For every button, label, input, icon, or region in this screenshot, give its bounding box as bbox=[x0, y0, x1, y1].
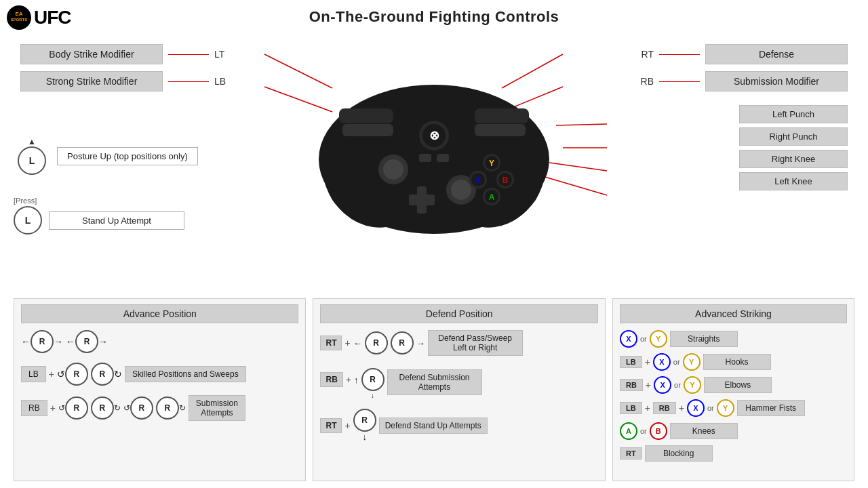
right-knee-item: Right Knee bbox=[739, 150, 848, 168]
svg-rect-38 bbox=[437, 154, 449, 162]
svg-rect-15 bbox=[475, 124, 526, 136]
svg-rect-14 bbox=[342, 124, 393, 136]
defend-standup-label: Defend Stand Up Attempts bbox=[379, 418, 488, 434]
svg-text:X: X bbox=[475, 176, 481, 185]
logo-area: EA SPORTS UFC bbox=[7, 5, 71, 30]
rb-btn-advance: RB bbox=[21, 400, 47, 416]
defend-stick-2: R ↓ bbox=[361, 368, 384, 391]
a-btn-knees: A bbox=[620, 422, 637, 440]
body-strike-box: Body Strike Modifier bbox=[20, 44, 163, 64]
right-button-labels: Left Punch Right Punch Right Knee Left K… bbox=[739, 105, 848, 190]
x-btn-hooks: X bbox=[653, 353, 671, 371]
lb-hammer: LB bbox=[620, 402, 642, 414]
left-punch-item: Left Punch bbox=[739, 105, 848, 123]
rt-trigger-item: Defense RT bbox=[633, 44, 848, 64]
right-stick-3a: R bbox=[65, 396, 88, 420]
left-knee-box: Left Knee bbox=[739, 172, 848, 190]
striking-row-hooks: LB + X or Y Hooks bbox=[620, 353, 847, 371]
submission-attempts-label: SubmissionAttempts bbox=[189, 395, 245, 421]
defend-stick-3: R bbox=[353, 409, 376, 432]
defense-box: Defense bbox=[705, 44, 848, 64]
ea-logo: EA SPORTS bbox=[7, 5, 31, 30]
x-btn-straights: X bbox=[620, 330, 637, 348]
right-stick-1a: R bbox=[31, 330, 54, 353]
right-stick-2b: R bbox=[91, 363, 114, 386]
left-triggers: Body Strike Modifier LT Strong Strike Mo… bbox=[20, 44, 235, 92]
lb-hooks: LB bbox=[620, 356, 642, 368]
left-stick-standup: L bbox=[14, 206, 42, 235]
svg-text:⊗: ⊗ bbox=[429, 129, 439, 142]
y-btn-hooks: Y bbox=[683, 353, 701, 371]
striking-row-straights: X or Y Straights bbox=[620, 330, 847, 348]
advance-position-header: Advance Position bbox=[21, 304, 298, 323]
straights-label: Straights bbox=[670, 331, 738, 347]
defend-position-panel: Defend Position RT + ← R R → Defend Pass… bbox=[313, 298, 605, 481]
posture-up-label: Posture Up (top positions only) bbox=[57, 147, 198, 165]
right-punch-item: Right Punch bbox=[739, 127, 848, 146]
lb-label: LB bbox=[214, 76, 235, 87]
svg-text:A: A bbox=[489, 192, 495, 202]
press-label: [Press] bbox=[14, 197, 198, 205]
rt-defend-1: RT bbox=[320, 336, 342, 350]
lt-label: LT bbox=[214, 49, 235, 60]
skilled-positions-label: Skilled Positions and Sweeps bbox=[125, 366, 246, 382]
bottom-section: Advance Position ← R → ← R → LB + ↺ R R bbox=[0, 298, 868, 481]
svg-text:B: B bbox=[502, 176, 509, 185]
svg-text:Y: Y bbox=[489, 159, 494, 168]
left-punch-box: Left Punch bbox=[739, 105, 848, 123]
svg-point-22 bbox=[451, 180, 471, 200]
advanced-striking-header: Advanced Striking bbox=[620, 304, 847, 323]
ufc-logo: UFC bbox=[34, 7, 71, 28]
advance-row-2: LB + ↺ R R ↻ Skilled Positions and Sweep… bbox=[21, 363, 298, 386]
svg-rect-24 bbox=[409, 195, 435, 205]
rb-trigger-item: Submission Modifier RB bbox=[633, 71, 848, 92]
advance-position-panel: Advance Position ← R → ← R → LB + ↺ R R bbox=[14, 298, 306, 481]
submission-modifier-box: Submission Modifier bbox=[705, 71, 848, 92]
defend-stick-1a: R bbox=[365, 331, 388, 354]
defend-row-2: RB + ↑ R ↓ Defend SubmissionAttempts bbox=[320, 364, 597, 395]
rt-label: RT bbox=[633, 49, 654, 60]
right-knee-box: Right Knee bbox=[739, 150, 848, 168]
svg-text:SPORTS: SPORTS bbox=[11, 18, 28, 22]
left-stick-controls: ▲ L Posture Up (top positions only) [Pre… bbox=[14, 136, 198, 235]
defend-submission-label: Defend SubmissionAttempts bbox=[387, 369, 482, 395]
x-btn-hammer: X bbox=[687, 399, 705, 417]
x-btn-elbows: X bbox=[654, 376, 671, 394]
standup-attempt-control: [Press] L Stand Up Attempt bbox=[14, 197, 198, 235]
right-stick-1b: R bbox=[75, 330, 98, 353]
blocking-label: Blocking bbox=[645, 445, 713, 462]
rb-elbows: RB bbox=[620, 379, 643, 391]
y-btn-elbows: Y bbox=[684, 376, 701, 394]
knees-label: Knees bbox=[670, 423, 738, 439]
striking-row-knees: A or B Knees bbox=[620, 422, 847, 440]
svg-rect-37 bbox=[419, 154, 431, 162]
hooks-label: Hooks bbox=[703, 354, 771, 370]
rb-label: RB bbox=[633, 76, 654, 87]
y-btn-hammer: Y bbox=[717, 399, 734, 417]
elbows-label: Elbows bbox=[704, 377, 772, 393]
rt-defend-3: RT bbox=[320, 418, 342, 433]
b-btn-knees: B bbox=[650, 422, 667, 440]
right-stick-3b: R bbox=[91, 396, 114, 420]
lt-trigger-item: Body Strike Modifier LT bbox=[20, 44, 235, 64]
rb-hammer: RB bbox=[653, 402, 676, 414]
posture-up-control: ▲ L Posture Up (top positions only) bbox=[14, 136, 198, 176]
rt-blocking: RT bbox=[620, 447, 642, 460]
defend-row-1: RT + ← R R → Defend Pass/SweepLeft or Ri… bbox=[320, 330, 597, 356]
rb-defend-2: RB bbox=[320, 372, 342, 387]
defend-row-3: RT + R ↓ Defend Stand Up Attempts bbox=[320, 409, 597, 442]
striking-row-blocking: RT Blocking bbox=[620, 445, 847, 462]
svg-text:EA: EA bbox=[15, 11, 22, 17]
controller-image: ⊗ Y B X A bbox=[298, 34, 570, 258]
hammer-label: Hammer Fists bbox=[737, 400, 805, 416]
striking-row-elbows: RB + X or Y Elbows bbox=[620, 376, 847, 394]
right-punch-box: Right Punch bbox=[739, 127, 848, 146]
defend-stick-1b: R bbox=[391, 331, 414, 354]
svg-rect-13 bbox=[475, 108, 529, 123]
lb-trigger-item: Strong Strike Modifier LB bbox=[20, 71, 235, 92]
right-stick-3c: R bbox=[130, 396, 153, 420]
advanced-striking-panel: Advanced Striking X or Y Straights LB + … bbox=[612, 298, 854, 481]
right-stick-2a: R bbox=[65, 363, 88, 386]
strong-strike-box: Strong Strike Modifier bbox=[20, 71, 163, 92]
defend-position-header: Defend Position bbox=[320, 304, 597, 323]
